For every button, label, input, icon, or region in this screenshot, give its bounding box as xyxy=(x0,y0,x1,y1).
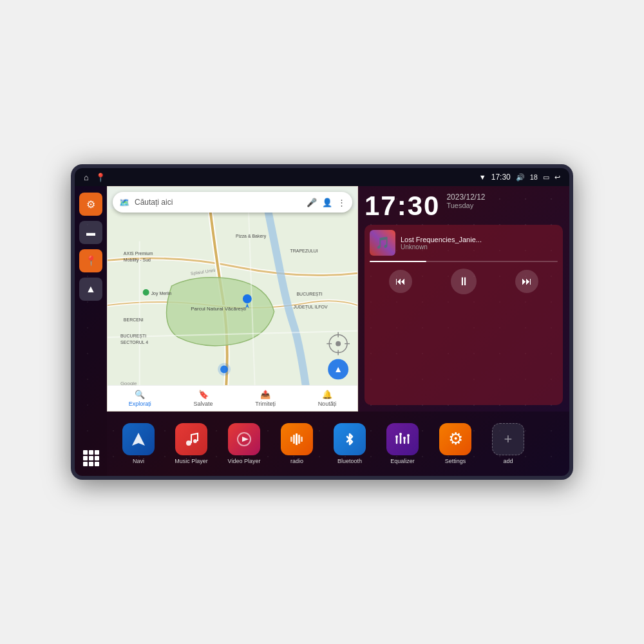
eq-svg xyxy=(393,430,412,448)
video-player-label: Video Player xyxy=(228,458,261,465)
bluetooth-icon xyxy=(334,423,366,455)
updates-icon: 🔔 xyxy=(322,390,332,399)
map-background: Parcul Natural Văcărești BUCUREȘTI JUDEȚ… xyxy=(108,187,357,411)
account-icon[interactable]: 👤 xyxy=(322,198,332,207)
video-svg xyxy=(235,430,253,448)
add-icon: + xyxy=(492,423,524,455)
svg-point-19 xyxy=(336,341,341,346)
right-panel: 17:30 2023/12/12 Tuesday 🎵 xyxy=(358,186,569,412)
wifi-icon: ▼ xyxy=(479,173,486,181)
map-tab-contribute[interactable]: 📤 Trimiteți xyxy=(255,390,276,407)
music-widget: 🎵 Lost Frequencies_Janie... Unknown ⏮ xyxy=(365,225,563,405)
map-pin-icon: 📍 xyxy=(85,255,97,267)
app-settings[interactable]: ⚙ Settings xyxy=(430,423,480,465)
svg-text:JUDEȚUL ILFOV: JUDEȚUL ILFOV xyxy=(294,305,328,310)
back-icon[interactable]: ↩ xyxy=(554,173,560,182)
contribute-label: Trimiteți xyxy=(255,401,276,407)
sidebar-settings-btn[interactable]: ⚙ xyxy=(79,193,102,216)
svg-text:BERCENI: BERCENI xyxy=(124,317,144,322)
day-display: Tuesday xyxy=(446,202,485,209)
status-left: ⌂ 📍 xyxy=(84,173,106,182)
menu-icon[interactable]: ⋮ xyxy=(337,198,346,207)
maps-status-icon[interactable]: 📍 xyxy=(95,173,106,182)
map-svg: Parcul Natural Văcărești BUCUREȘTI JUDEȚ… xyxy=(108,187,357,411)
explore-icon: 🔍 xyxy=(135,390,145,399)
app-bluetooth[interactable]: Bluetooth xyxy=(325,423,375,465)
music-title: Lost Frequencies_Janie... xyxy=(401,236,558,243)
gear-icon: ⚙ xyxy=(86,198,95,211)
settings-icon: ⚙ xyxy=(439,423,471,455)
clock-time: 17:30 xyxy=(365,193,440,220)
app-equalizer[interactable]: Equalizer xyxy=(377,423,428,465)
map-tab-updates[interactable]: 🔔 Noutăți xyxy=(318,390,337,407)
files-icon: ▬ xyxy=(86,227,95,238)
navi-label: Navi xyxy=(133,458,144,465)
app-navi[interactable]: Navi xyxy=(113,423,164,465)
svg-text:Joy Merlin: Joy Merlin xyxy=(151,291,172,296)
prev-button[interactable]: ⏮ xyxy=(389,270,412,293)
map-bottom-bar: 🔍 Explorați 🔖 Salvate 📤 Trimiteți � xyxy=(108,385,357,411)
svg-text:BUCUREȘTI: BUCUREȘTI xyxy=(296,292,322,297)
explore-label: Explorați xyxy=(129,401,151,407)
app-music-player[interactable]: Music Player xyxy=(166,423,216,465)
battery-level: 18 xyxy=(530,173,538,181)
svg-text:Parcul Natural Văcărești: Parcul Natural Văcărești xyxy=(191,306,246,312)
app-grid: Navi Music Player xyxy=(107,412,569,476)
home-icon[interactable]: ⌂ xyxy=(84,173,89,182)
mic-icon[interactable]: 🎤 xyxy=(307,198,317,207)
svg-text:BUCUREȘTI: BUCUREȘTI xyxy=(120,334,146,339)
album-thumbnail: 🎵 xyxy=(370,230,395,256)
album-art: 🎵 xyxy=(370,230,395,256)
svg-text:TRAPEZULUI: TRAPEZULUI xyxy=(290,249,318,253)
map-section: Parcul Natural Văcărești BUCUREȘTI JUDEȚ… xyxy=(107,186,358,412)
main-area: ⚙ ▬ 📍 ▲ xyxy=(75,186,569,476)
clock-widget: 17:30 2023/12/12 Tuesday xyxy=(365,193,563,220)
next-button[interactable]: ⏭ xyxy=(515,270,538,293)
app-radio[interactable]: radio xyxy=(272,423,322,465)
svg-point-41 xyxy=(403,437,406,439)
sidebar-files-btn[interactable]: ▬ xyxy=(79,221,102,244)
status-right: ▼ 17:30 🔊 18 ▭ ↩ xyxy=(479,173,560,182)
search-input-text[interactable]: Căutați aici xyxy=(135,198,301,207)
navi-svg xyxy=(129,430,147,448)
svg-point-39 xyxy=(399,433,402,435)
video-player-icon xyxy=(228,423,260,455)
sidebar-nav-btn[interactable]: ▲ xyxy=(79,278,102,301)
svg-rect-34 xyxy=(298,435,300,444)
navigation-icon: ▲ xyxy=(86,283,96,295)
svg-text:▲: ▲ xyxy=(334,364,343,374)
saved-label: Salvate xyxy=(194,401,213,407)
svg-point-14 xyxy=(243,294,252,303)
status-bar: ⌂ 📍 ▼ 17:30 🔊 18 ▭ ↩ xyxy=(75,168,569,186)
map-tab-explore[interactable]: 🔍 Explorați xyxy=(129,390,151,407)
music-progress-fill xyxy=(370,261,426,262)
settings-label: Settings xyxy=(445,458,466,465)
radio-svg xyxy=(288,430,306,448)
grid-icon xyxy=(83,450,99,466)
saved-icon: 🔖 xyxy=(198,390,209,399)
music-svg xyxy=(182,430,200,448)
app-video-player[interactable]: Video Player xyxy=(219,423,269,465)
music-player-label: Music Player xyxy=(175,458,208,465)
updates-label: Noutăți xyxy=(318,401,337,407)
bt-svg xyxy=(341,430,359,448)
sidebar-maps-btn[interactable]: 📍 xyxy=(79,249,102,272)
svg-text:AXIS Premium: AXIS Premium xyxy=(124,251,153,256)
status-time: 17:30 xyxy=(491,173,511,182)
radio-label: radio xyxy=(290,458,303,465)
svg-point-37 xyxy=(395,435,398,438)
radio-icon xyxy=(281,423,313,455)
navi-icon xyxy=(122,423,155,455)
pause-button[interactable]: ⏸ xyxy=(451,269,477,294)
map-search-bar[interactable]: 🗺️ Căutați aici 🎤 👤 ⋮ xyxy=(113,192,352,213)
google-maps-logo: 🗺️ xyxy=(119,198,129,207)
map-tab-saved[interactable]: 🔖 Salvate xyxy=(194,390,213,407)
sidebar-apps-grid-btn[interactable] xyxy=(79,446,102,469)
volume-icon: 🔊 xyxy=(516,173,525,182)
svg-point-28 xyxy=(193,439,197,443)
clock-date: 2023/12/12 Tuesday xyxy=(446,193,485,209)
app-add[interactable]: + add xyxy=(483,423,533,465)
svg-rect-32 xyxy=(293,435,295,444)
battery-icon: ▭ xyxy=(543,173,549,182)
music-progress-bar[interactable] xyxy=(370,261,558,262)
